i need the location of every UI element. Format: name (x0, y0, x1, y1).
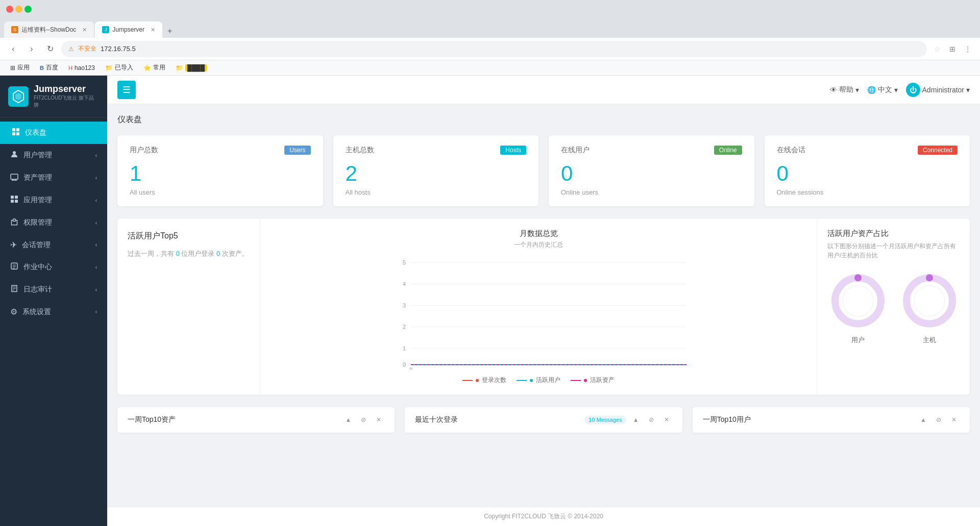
legend-logins-icon (462, 380, 473, 381)
refresh-top10-assets-button[interactable]: ⊘ (358, 414, 369, 425)
svg-rect-2 (12, 128, 15, 131)
stat-number-online: 0 (561, 163, 742, 184)
svg-text:4: 4 (403, 281, 406, 287)
window-controls[interactable] (6, 6, 32, 13)
sidebar-item-users[interactable]: 用户管理 ‹ (0, 144, 107, 166)
bookmark-more[interactable]: 📁 ████ (172, 63, 211, 73)
close-top10-users-button[interactable]: ✕ (948, 414, 960, 425)
refresh-recent-logins-button[interactable]: ⊘ (646, 414, 657, 425)
bookmark-button[interactable]: ☆ (931, 43, 943, 55)
maximize-button[interactable] (24, 6, 32, 13)
svg-rect-7 (11, 174, 18, 179)
perm-management-icon (10, 218, 18, 228)
active-users-card: 活跃用户Top5 过去一周，共有 0 位用户登录 0 次资产。 (117, 219, 260, 395)
sidebar-item-sessions[interactable]: ✈ 会话管理 ‹ (0, 234, 107, 256)
svg-rect-14 (15, 200, 18, 203)
minimize-button[interactable] (15, 6, 22, 13)
security-label: 不安全 (78, 44, 96, 53)
donut-users-svg (827, 270, 889, 331)
tab-showdoc[interactable]: S 运维资料--ShowDoc ✕ (4, 21, 94, 38)
sidebar-item-tasks[interactable]: 作业中心 ‹ (0, 256, 107, 278)
bookmark-imported[interactable]: 📁 已导入 (101, 62, 137, 73)
stat-badge-connected: Connected (918, 146, 958, 155)
close-top10-assets-button[interactable]: ✕ (373, 414, 384, 425)
dashboard-icon (12, 128, 20, 138)
svg-text:3: 3 (403, 302, 406, 308)
bookmark-hao123[interactable]: H hao123 (64, 63, 99, 73)
logo-icon (8, 86, 29, 107)
expand-top10-users-button[interactable]: ▲ (918, 414, 929, 425)
bookmark-common[interactable]: ⭐ 常用 (139, 62, 169, 73)
help-label: 帮助 (839, 85, 853, 94)
svg-text:0: 0 (409, 367, 412, 370)
back-button[interactable]: ‹ (6, 42, 20, 56)
browser-tabs: S 运维资料--ShowDoc ✕ J Jumpserver ✕ + (0, 18, 980, 38)
tab-close-showdoc[interactable]: ✕ (82, 27, 87, 33)
stat-card-title-hosts: 主机总数 (346, 146, 374, 155)
expand-top10-assets-button[interactable]: ▲ (342, 414, 354, 425)
svg-rect-11 (11, 196, 14, 199)
sidebar-item-settings[interactable]: ⚙ 系统设置 ‹ (0, 301, 107, 323)
bookmark-folder-icon: 📁 (176, 64, 183, 71)
sidebar-item-dashboard[interactable]: 仪表盘 (0, 122, 107, 144)
sidebar-item-assets[interactable]: 资产管理 ‹ (0, 166, 107, 189)
asset-ratio-card: 活跃用户资产占比 以下图形分别描述一个月活跃用户和资产占所有用户/主机的百分比 … (817, 219, 970, 395)
refresh-top10-users-button[interactable]: ⊘ (933, 414, 944, 425)
bookmark-baidu[interactable]: B 百度 (36, 62, 62, 73)
nav-left-settings: ⚙ 系统设置 (10, 307, 51, 317)
bottom-section: 一周Top10资产 ▲ ⊘ ✕ 最近十次登录 10 Mes (117, 407, 970, 433)
chrome-menu-button[interactable]: ⋮ (962, 43, 974, 55)
svg-point-41 (843, 285, 873, 316)
new-tab-button[interactable]: + (163, 25, 176, 38)
power-icon: ⏻ (906, 83, 920, 97)
bookmark-baidu-label: 百度 (46, 63, 58, 72)
svg-point-44 (914, 285, 945, 316)
recent-logins-header-right: 10 Messages ▲ ⊘ ✕ (584, 414, 672, 425)
logo-subtitle: FIT2CLOUD飞致云 旗下品牌 (34, 94, 99, 109)
main-content: ☰ 👁 帮助 ▾ 🌐 中文 ▾ ⏻ Administrat (107, 76, 980, 526)
sidebar-item-audit[interactable]: 日志审计 ‹ (0, 278, 107, 301)
tab-close-jumpserver[interactable]: ✕ (151, 27, 155, 33)
nav-arrow-sessions: ‹ (95, 242, 97, 248)
browser-action-buttons: ☆ ⊞ ⋮ (931, 43, 974, 55)
svg-text:1: 1 (403, 345, 406, 351)
bottom-card-header-top10-users: 一周Top10用户 ▲ ⊘ ✕ (693, 407, 970, 433)
svg-point-6 (13, 151, 16, 154)
reload-button[interactable]: ↻ (43, 42, 57, 56)
sidebar-item-apps[interactable]: 应用管理 ‹ (0, 189, 107, 211)
sidebar-item-label-apps: 应用管理 (23, 196, 52, 205)
page-title: 仪表盘 (117, 114, 970, 125)
nav-left-audit: 日志审计 (10, 284, 52, 295)
nav-arrow-perms: ‹ (95, 220, 97, 226)
svg-point-15 (13, 219, 16, 222)
tab-jumpserver[interactable]: J Jumpserver ✕ (95, 21, 162, 38)
bookmarks-bar: ⊞ 应用 B 百度 H hao123 📁 已导入 ⭐ 常用 📁 ████ (0, 60, 980, 76)
desc-count: 0 (176, 250, 180, 257)
help-button[interactable]: 👁 帮助 ▾ (830, 85, 859, 94)
sidebar-item-label-tasks: 作业中心 (23, 262, 52, 272)
language-button[interactable]: 🌐 中文 ▾ (867, 85, 898, 94)
stat-card-users: 用户总数 Users 1 All users (117, 135, 323, 206)
legend-logins-label: 登录次数 (482, 376, 506, 385)
bottom-card-top10-users: 一周Top10用户 ▲ ⊘ ✕ (693, 407, 970, 433)
bookmark-more-label: ████ (185, 64, 207, 71)
legend-active-users-label: 活跃用户 (536, 376, 560, 385)
close-button[interactable] (6, 6, 13, 13)
extensions-button[interactable]: ⊞ (946, 43, 959, 55)
sidebar-item-perms[interactable]: 权限管理 ‹ (0, 211, 107, 234)
address-bar[interactable]: ⚠ 不安全 172.16.75.5 (61, 41, 927, 57)
bottom-card-actions-recent-logins: ▲ ⊘ ✕ (630, 414, 672, 425)
user-button[interactable]: ⏻ Administrator ▾ (906, 83, 970, 97)
copyright-text: Copyright FIT2CLOUD 飞致云 © 2014-2020 (484, 513, 603, 520)
asset-management-icon (10, 173, 18, 183)
svg-point-39 (835, 278, 881, 324)
expand-recent-logins-button[interactable]: ▲ (630, 414, 642, 425)
menu-toggle-button[interactable]: ☰ (117, 81, 136, 99)
help-arrow-icon: ▾ (855, 86, 859, 94)
close-recent-logins-button[interactable]: ✕ (661, 414, 672, 425)
desc-login-count: 0 (216, 250, 220, 257)
forward-button[interactable]: › (24, 42, 39, 56)
desc-suffix: 次资产。 (222, 250, 249, 257)
bookmark-apps[interactable]: ⊞ 应用 (6, 62, 34, 73)
sidebar-item-label-users: 用户管理 (23, 151, 52, 160)
